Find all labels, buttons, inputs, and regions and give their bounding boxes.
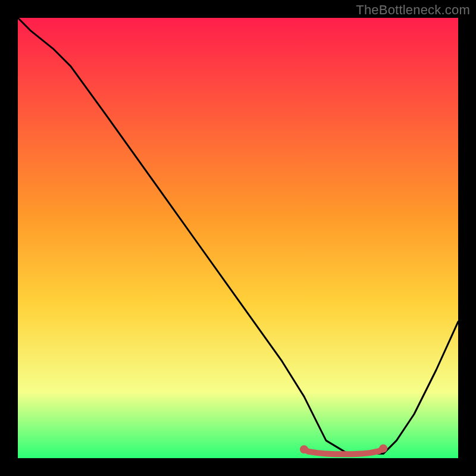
chart-svg — [18, 18, 458, 458]
plot-area — [18, 18, 458, 458]
chart-frame: TheBottleneck.com — [0, 0, 476, 476]
watermark-text: TheBottleneck.com — [356, 2, 470, 18]
flat-region-endpoint — [300, 445, 308, 453]
flat-region-endpoint — [379, 444, 387, 453]
